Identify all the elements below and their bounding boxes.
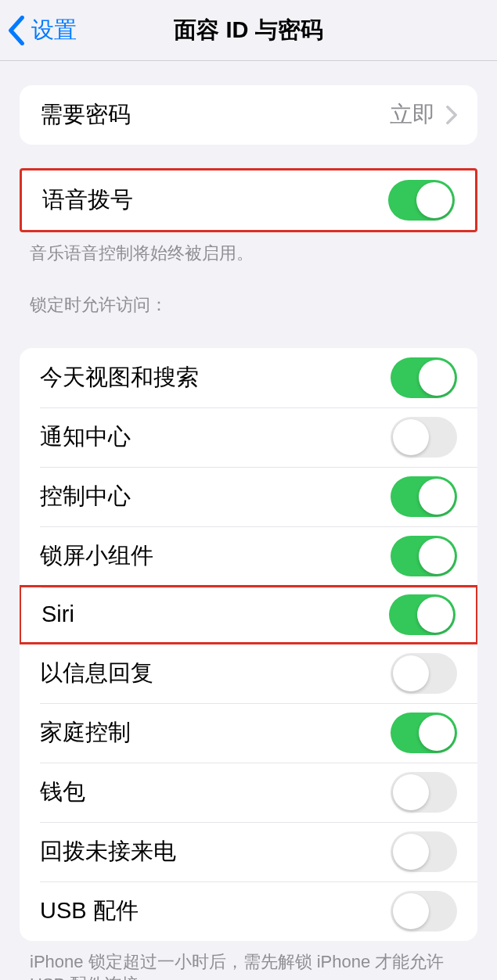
lock-access-row: Siri xyxy=(20,585,477,644)
lock-access-label: Siri xyxy=(41,601,74,627)
lock-access-row: 通知中心 xyxy=(20,407,477,467)
lock-access-footer: iPhone 锁定超过一小时后，需先解锁 iPhone 才能允许 USB 配件连… xyxy=(0,941,497,980)
require-passcode-value: 立即 xyxy=(390,99,435,131)
lock-access-toggle[interactable] xyxy=(391,476,457,517)
lock-access-label: 锁屏小组件 xyxy=(40,540,153,572)
chevron-left-icon xyxy=(8,16,25,45)
require-passcode-group: 需要密码 立即 xyxy=(20,85,477,145)
back-button[interactable]: 设置 xyxy=(0,15,77,46)
voice-dial-group: 语音拨号 xyxy=(20,168,477,232)
voice-dial-label: 语音拨号 xyxy=(42,185,133,216)
lock-access-row: 钱包 xyxy=(20,763,477,822)
lock-access-toggle[interactable] xyxy=(391,653,457,694)
back-label: 设置 xyxy=(31,15,77,46)
lock-access-label: 控制中心 xyxy=(40,481,131,512)
lock-access-toggle[interactable] xyxy=(391,713,457,753)
page-title: 面容 ID 与密码 xyxy=(174,15,322,46)
lock-access-group: 今天视图和搜索通知中心控制中心锁屏小组件Siri以信息回复家庭控制钱包回拨未接来… xyxy=(20,348,477,941)
lock-access-toggle[interactable] xyxy=(391,536,457,576)
lock-access-label: 家庭控制 xyxy=(40,717,131,748)
lock-access-row: 回拨未接来电 xyxy=(20,822,477,881)
lock-access-label: 以信息回复 xyxy=(40,658,153,689)
lock-access-label: 钱包 xyxy=(40,777,85,808)
lock-access-label: 通知中心 xyxy=(40,422,131,453)
chevron-right-icon xyxy=(446,106,457,124)
lock-access-toggle[interactable] xyxy=(391,831,457,872)
lock-access-row: 控制中心 xyxy=(20,467,477,526)
navigation-bar: 设置 面容 ID 与密码 xyxy=(0,0,497,61)
lock-access-row: 今天视图和搜索 xyxy=(20,348,477,407)
lock-access-toggle[interactable] xyxy=(391,357,457,398)
lock-access-toggle[interactable] xyxy=(391,417,457,458)
voice-dial-row: 语音拨号 xyxy=(22,171,475,230)
lock-access-label: 今天视图和搜索 xyxy=(40,362,199,393)
lock-access-label: 回拨未接来电 xyxy=(40,836,176,867)
lock-access-row: 以信息回复 xyxy=(20,644,477,703)
lock-access-toggle[interactable] xyxy=(391,891,457,932)
voice-dial-footer: 音乐语音控制将始终被启用。 xyxy=(0,232,497,265)
lock-access-row: 家庭控制 xyxy=(20,703,477,763)
lock-access-header: 锁定时允许访问： xyxy=(0,265,497,325)
lock-access-label: USB 配件 xyxy=(40,896,139,927)
require-passcode-row[interactable]: 需要密码 立即 xyxy=(20,85,477,145)
lock-access-row: 锁屏小组件 xyxy=(20,526,477,586)
voice-dial-toggle[interactable] xyxy=(388,180,455,221)
lock-access-toggle[interactable] xyxy=(391,772,457,813)
lock-access-row: USB 配件 xyxy=(20,881,477,941)
lock-access-toggle[interactable] xyxy=(389,594,456,635)
require-passcode-label: 需要密码 xyxy=(40,99,131,131)
